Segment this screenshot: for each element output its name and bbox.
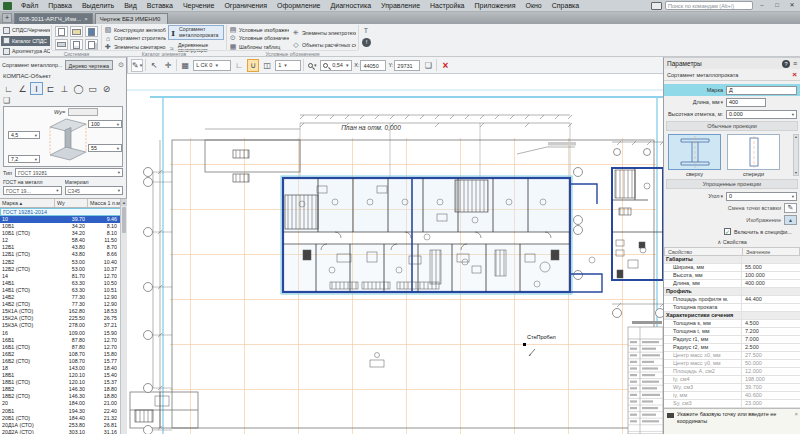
layer-dropdown[interactable]: 1 [275, 60, 301, 71]
zoom-tool-icon[interactable] [306, 59, 318, 72]
gost-group-row[interactable]: ГОСТ 19281-2014 [0, 208, 127, 216]
table-row[interactable]: 12Б1 (СТО)43.808.66 [0, 251, 127, 258]
property-row[interactable]: Радиус r1, мм7.000 [664, 336, 800, 344]
workspace-item[interactable]: Каталог СПДС [1, 36, 50, 46]
table-row[interactable]: 20Д2А (СТО)303.1031.16 [0, 429, 127, 434]
menu-item[interactable]: Управление [376, 0, 425, 11]
property-row[interactable]: Центр масс y0, мм50.000 [664, 360, 800, 368]
table-row[interactable]: 1258.4011.50 [0, 237, 127, 244]
table-row[interactable]: 14Б1 (СТО)63.3010.51 [0, 287, 127, 294]
ortho-toggle-icon[interactable]: ∟ [233, 59, 245, 72]
table-row[interactable]: 16Б2 (СТО)108.7015.77 [0, 358, 127, 365]
table-row[interactable]: 12Б143.808.70 [0, 244, 127, 251]
scrollbar-thumb[interactable] [122, 207, 126, 233]
table-row[interactable]: 12Б253.0010.40 [0, 259, 127, 266]
preview-icon[interactable] [70, 39, 83, 50]
new-document-icon[interactable] [55, 26, 68, 37]
cancel-command-icon[interactable]: × [439, 59, 451, 72]
profile-type-icon[interactable]: ∠ [16, 82, 29, 95]
menu-item[interactable]: Окно [520, 0, 546, 11]
property-row[interactable]: Sy, см323.000 [664, 400, 800, 408]
menu-item[interactable]: Черчение [178, 0, 220, 11]
property-row[interactable]: Ширина, мм55.000 [664, 264, 800, 272]
tab-close-icon[interactable]: × [84, 16, 88, 22]
table-row[interactable]: 20Д1А (СТО)253.8026.81 [0, 422, 127, 429]
document-tab[interactable]: 008-3011-АР.ГЧ_Изм...× [14, 13, 93, 24]
property-row[interactable]: iy, мм40.600 [664, 392, 800, 400]
property-row[interactable]: Площадь A, см212.000 [664, 368, 800, 376]
table-row[interactable]: 14Б2 (СТО)77.3012.90 [0, 301, 127, 308]
menu-item[interactable]: Вид [119, 0, 142, 11]
profile-type-icon[interactable]: ◯ [72, 82, 85, 95]
material-dropdown[interactable]: С345 [65, 186, 124, 195]
property-row[interactable]: Толщина t, мм7.200 [664, 328, 800, 336]
properties-toggle[interactable]: ∧ Свойства [664, 237, 800, 247]
table-row[interactable]: 1039.709.46 [0, 216, 127, 223]
metal-profiles-button[interactable]: I Сортаментметаллопроката [168, 25, 224, 40]
insertion-point-icon[interactable]: ✎ [784, 203, 797, 213]
dim-flange-field[interactable]: 7,2 [8, 155, 40, 163]
property-row[interactable]: Профиль [664, 288, 800, 296]
angle-dropdown[interactable]: 0 [726, 192, 797, 201]
type-dropdown[interactable]: ГОСТ 19281 [15, 168, 123, 177]
property-row[interactable]: Толщина проката [664, 304, 800, 312]
menu-item[interactable]: Вставка [142, 0, 178, 11]
projection-top-thumb[interactable]: сверху [668, 134, 721, 176]
list-icon[interactable]: ≡ [793, 60, 797, 67]
dim-web-field[interactable]: 4,5 [8, 131, 40, 139]
dim-width-field[interactable]: 55 [88, 144, 122, 152]
spec-checkbox[interactable]: ✓ [724, 228, 731, 235]
gost-dropdown[interactable]: ГОСТ 19... [3, 186, 62, 195]
workspace-item[interactable]: СПДС/Черчение [1, 25, 50, 35]
fullscreen-icon[interactable] [651, 2, 662, 10]
new-tab-button[interactable]: + [2, 13, 12, 23]
property-row[interactable]: Высота, мм100.000 [664, 272, 800, 280]
menu-item[interactable]: Файл [16, 0, 43, 11]
pencil-tool-icon[interactable]: ✎ [131, 59, 143, 72]
drawing-canvas[interactable]: СтнПробел План на отм. 0,000 [127, 74, 663, 434]
open-folder-icon[interactable] [70, 26, 83, 37]
property-row[interactable]: Площадь профиля м.44.400 [664, 296, 800, 304]
x-coordinate-input[interactable]: 44050 [360, 60, 386, 71]
table-row[interactable]: 15К1А (СТО)162.8018.53 [0, 308, 127, 315]
property-row[interactable]: Iy, см4198.000 [664, 376, 800, 384]
menu-item[interactable]: Диагностика [326, 0, 377, 11]
panel-close-icon[interactable]: × [792, 70, 797, 79]
table-row[interactable]: 16Б2108.7015.80 [0, 351, 127, 358]
wy-field[interactable] [68, 108, 98, 116]
profile-type-icon[interactable]: ⊘ [100, 82, 113, 95]
table-row[interactable]: 14Б163.3010.50 [0, 280, 127, 287]
table-row[interactable]: 1481.7012.70 [0, 273, 127, 280]
profile-type-icon[interactable]: ▭ [86, 82, 99, 95]
profile-type-icon[interactable]: ∟ [2, 82, 15, 95]
close-button[interactable]: ✕ [786, 1, 798, 10]
table-row[interactable]: 18143.0018.40 [0, 365, 127, 372]
info-icon[interactable]: ! [362, 38, 371, 47]
table-row[interactable]: 20184.0021.00 [0, 400, 127, 407]
save-icon[interactable] [85, 26, 98, 37]
table-row[interactable]: 18Б1 (СТО)120.1015.37 [0, 379, 127, 386]
copy-profile-icon[interactable]: ❏ [0, 96, 126, 106]
table-row[interactable]: 18Б2 (СТО)146.3018.80 [0, 393, 127, 400]
select-tool-icon[interactable]: ↖ [148, 59, 160, 72]
table-row[interactable]: 16109.0015.90 [0, 330, 127, 337]
table-row[interactable]: 18Б1120.1015.40 [0, 372, 127, 379]
mark-input[interactable]: Д [726, 86, 797, 95]
grid-toggle-icon[interactable]: ▦ [179, 59, 191, 72]
elevation-dropdown[interactable]: 0.000 [726, 110, 797, 119]
section-normal-projections[interactable]: Обычные проекции [666, 121, 798, 131]
column-header-mass[interactable]: Масса 1 п.м [88, 199, 120, 207]
dim-height-field[interactable]: 100 [88, 120, 122, 128]
menu-item[interactable]: Оформление [272, 0, 325, 11]
workspace-item[interactable]: Архитектура АС/АР [1, 46, 50, 56]
layers-icon[interactable]: ◫ [261, 59, 273, 72]
tab-metal-profiles[interactable]: Сортамент металлопр... [2, 62, 63, 68]
pin-icon[interactable]: ⊙ [118, 61, 124, 69]
projection-front-thumb[interactable]: спереди [727, 134, 780, 176]
table-row[interactable]: 16Б1 (СТО)87.8012.70 [0, 344, 127, 351]
ucs-dropdown[interactable]: L СК 0 [193, 60, 231, 71]
column-header-wy[interactable]: Wy [55, 199, 88, 207]
help-icon[interactable]: ? [782, 60, 790, 68]
menu-item[interactable]: Ограничения [219, 0, 272, 11]
profile-type-icon[interactable]: Ι [30, 82, 43, 95]
